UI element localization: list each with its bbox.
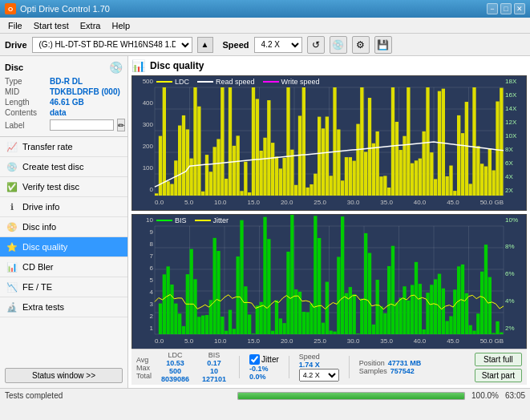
position-label: Position (359, 359, 385, 367)
sidebar-item-create-test-disc[interactable]: 💿 Create test disc (0, 157, 127, 177)
disc-panel-icon: 💿 (109, 61, 123, 74)
menu-extra[interactable]: Extra (75, 20, 106, 31)
title-bar: O Opti Drive Control 1.70 − □ ✕ (0, 0, 530, 18)
write-speed-color (263, 81, 279, 83)
read-speed-legend: Read speed (197, 78, 255, 86)
sidebar-item-transfer-rate[interactable]: 📈 Transfer rate (0, 137, 127, 157)
sidebar-item-extra-tests[interactable]: 🔬 Extra tests (0, 297, 127, 317)
jitter-checkbox-container[interactable]: Jitter (249, 354, 279, 365)
y-axis-left-1: 500 400 300 200 100 0 (132, 76, 155, 196)
sidebar-item-drive-info[interactable]: ℹ Drive info (0, 197, 127, 217)
sidebar-label-create-test-disc: Create test disc (22, 162, 83, 172)
label-edit-button[interactable]: ✏ (117, 119, 125, 131)
samples-value: 757542 (390, 367, 415, 375)
bis-color (156, 220, 172, 221)
start-full-button[interactable]: Start full (475, 353, 522, 366)
y-axis-left-2: 10 9 8 7 6 5 4 3 2 1 (132, 215, 155, 334)
max-bis: 10 (210, 367, 218, 375)
sidebar: Disc 💿 Type BD-R DL MID TDKBLDRFB (000) … (0, 56, 128, 388)
max-jitter: 0.0% (249, 373, 279, 381)
read-speed-color (197, 81, 213, 83)
sidebar-item-cd-bler[interactable]: 📊 CD Bler (0, 257, 127, 277)
speed-quality-select[interactable]: 4.2 X (299, 369, 339, 382)
start-part-button[interactable]: Start part (475, 369, 522, 382)
settings-button[interactable]: ⚙ (352, 36, 370, 54)
avg-bis: 0.17 (207, 359, 221, 367)
nav-items: 📈 Transfer rate 💿 Create test disc ✅ Ver… (0, 137, 127, 317)
disc-button[interactable]: 💿 (330, 36, 347, 54)
ldc-color (156, 81, 172, 83)
verify-test-disc-icon: ✅ (6, 181, 18, 192)
speed-value: 1.74 X (299, 361, 339, 369)
avg-jitter: -0.1% (249, 365, 279, 373)
mid-label: MID (5, 87, 47, 96)
save-button[interactable]: 💾 (374, 36, 392, 54)
jitter-checkbox[interactable] (249, 354, 260, 365)
sidebar-label-disc-quality: Disc quality (22, 242, 67, 252)
jitter-legend: Jitter (195, 216, 229, 224)
sidebar-label-fe-te: FE / TE (22, 282, 52, 292)
speed-select[interactable]: 4.2 X (254, 37, 302, 53)
stats-bar: Avg Max Total LDC 10.53 500 8039086 BIS … (131, 349, 527, 385)
length-value: 46.61 GB (50, 98, 84, 107)
refresh-button[interactable]: ↺ (307, 36, 325, 54)
y-axis-right-1: 18X 16X 14X 12X 10X 8X 6X 4X 2X (504, 76, 526, 196)
x-axis-1: 0.0 5.0 10.0 15.0 20.0 25.0 30.0 35.0 40… (155, 196, 504, 210)
bis-label: BIS (175, 216, 187, 224)
charts-container: LDC Read speed Write speed 500 400 300 (131, 75, 527, 349)
x-axis-2: 0.0 5.0 10.0 15.0 20.0 25.0 30.0 35.0 40… (155, 333, 504, 348)
close-button[interactable]: ✕ (514, 3, 525, 14)
ldc-label: LDC (175, 78, 189, 86)
sidebar-item-disc-info[interactable]: 📀 Disc info (0, 217, 127, 237)
chart-area: 📊 Disc quality LDC Read speed (128, 56, 530, 388)
bis-chart: BIS Jitter 10 9 8 7 6 5 4 3 2 (131, 214, 527, 349)
stats-divider-1 (239, 356, 240, 378)
chart-title-icon: 📊 (131, 59, 145, 72)
sidebar-label-verify-test-disc: Verify test disc (22, 182, 79, 192)
disc-panel-title: Disc (5, 63, 23, 72)
ldc-canvas (132, 76, 526, 210)
minimize-button[interactable]: − (487, 3, 498, 14)
disc-quality-icon: ⭐ (6, 241, 18, 252)
menu-help[interactable]: Help (107, 20, 135, 31)
sidebar-label-extra-tests: Extra tests (22, 302, 64, 312)
drive-select[interactable]: (G:) HL-DT-ST BD-RE WH16NS48 1.D3 (32, 37, 192, 53)
total-ldc: 8039086 (161, 375, 189, 383)
menu-start-test[interactable]: Start test (29, 20, 74, 31)
drive-label: Drive (5, 40, 27, 50)
eject-button[interactable]: ▲ (197, 37, 213, 53)
cd-bler-icon: 📊 (6, 261, 18, 273)
total-label: Total (136, 372, 152, 380)
type-label: Type (5, 77, 47, 86)
type-value: BD-R DL (50, 77, 83, 86)
sidebar-item-verify-test-disc[interactable]: ✅ Verify test disc (0, 177, 127, 197)
menu-bar: File Start test Extra Help (0, 18, 530, 34)
sidebar-item-fe-te[interactable]: 📉 FE / TE (0, 277, 127, 297)
total-bis: 127101 (202, 375, 226, 383)
jitter-chart-label: Jitter (213, 216, 229, 224)
sidebar-label-drive-info: Drive info (22, 202, 59, 212)
jitter-color (195, 220, 211, 221)
bis-legend: BIS (156, 216, 187, 224)
status-window-button[interactable]: Status window >> (5, 368, 123, 383)
create-test-disc-icon: 💿 (6, 161, 18, 172)
sidebar-item-disc-quality[interactable]: ⭐ Disc quality (0, 237, 127, 257)
main-content: Disc 💿 Type BD-R DL MID TDKBLDRFB (000) … (0, 56, 530, 388)
maximize-button[interactable]: □ (500, 3, 512, 14)
samples-label: Samples (359, 367, 387, 375)
y-axis-right-2: 10% 8% 6% 4% 2% (504, 215, 526, 334)
chart2-legend: BIS Jitter (156, 216, 229, 224)
chart-title: Disc quality (150, 60, 204, 71)
jitter-checkbox-label: Jitter (261, 355, 279, 364)
disc-info-icon: 📀 (6, 221, 18, 232)
label-input[interactable] (50, 119, 114, 131)
progress-bar-container: Tests completed 100.0% 63:05 (0, 388, 530, 402)
stats-divider-3 (349, 356, 350, 378)
avg-label: Avg (136, 356, 152, 364)
position-value: 47731 MB (388, 359, 422, 367)
write-speed-legend: Write speed (263, 78, 320, 86)
status-text: Tests completed (5, 391, 231, 400)
menu-file[interactable]: File (3, 20, 27, 31)
avg-ldc: 10.53 (166, 359, 184, 367)
fe-te-icon: 📉 (6, 281, 18, 293)
